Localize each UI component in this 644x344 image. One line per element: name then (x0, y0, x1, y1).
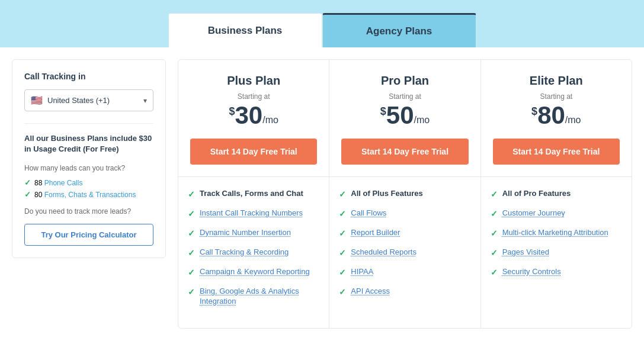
feature-item-pro-2: ✓ Report Builder (339, 228, 470, 238)
trial-btn-plus[interactable]: Start 14 Day Free Trial (190, 139, 317, 165)
price-mo-plus: /mo (262, 115, 278, 126)
sidebar: Call Tracking in 🇺🇸 United States (+1) ▾… (12, 59, 166, 258)
plan-name-pro: Pro Plan (341, 74, 468, 88)
feature-check-icon-pro-0: ✓ (339, 189, 346, 199)
tab-business-plans[interactable]: Business Plans (168, 13, 322, 47)
feature-label-pro-4[interactable]: HIPAA (351, 267, 373, 277)
feature-check-icon-elite-1: ✓ (491, 209, 498, 218)
plan-col-pro: Pro Plan Starting at $ 50 /mo Start 14 D… (329, 60, 480, 328)
lead-item-forms: ✓ 80 Forms, Chats & Transactions (24, 190, 153, 199)
feature-item-elite-2: ✓ Multi-click Marketing Attribution (491, 228, 622, 238)
feature-item-pro-3: ✓ Scheduled Reports (339, 247, 470, 258)
plan-header-plus: Plus Plan Starting at $ 30 /mo Start 14 … (178, 60, 329, 177)
main-content: Call Tracking in 🇺🇸 United States (+1) ▾… (0, 47, 644, 344)
plans-include-text: All our Business Plans include $30 in Us… (24, 133, 153, 155)
plan-starting-at-elite: Starting at (493, 92, 620, 101)
feature-check-icon-plus-0: ✓ (188, 189, 195, 199)
feature-check-icon-plus-2: ✓ (188, 229, 195, 238)
feature-check-icon-pro-4: ✓ (339, 268, 346, 277)
feature-check-icon-pro-5: ✓ (339, 287, 346, 297)
chevron-down-icon: ▾ (143, 97, 147, 105)
feature-label-elite-0: All of Pro Features (502, 189, 571, 198)
price-dollar-plus: $ (229, 105, 235, 118)
feature-check-icon-plus-4: ✓ (188, 268, 195, 277)
price-amount-elite: 80 (537, 103, 565, 128)
feature-check-icon-elite-2: ✓ (491, 229, 498, 238)
price-amount-pro: 50 (386, 103, 414, 128)
feature-item-pro-0: ✓ All of Plus Features (339, 189, 470, 199)
sidebar-title: Call Tracking in (24, 72, 153, 81)
feature-label-pro-2[interactable]: Report Builder (351, 228, 400, 238)
flag-icon: 🇺🇸 (31, 95, 43, 106)
feature-check-icon-plus-1: ✓ (188, 209, 195, 218)
tab-header: Business Plans Agency Plans (0, 0, 644, 47)
feature-check-icon-pro-1: ✓ (339, 209, 346, 218)
feature-check-icon-pro-3: ✓ (339, 248, 346, 258)
plan-col-plus: Plus Plan Starting at $ 30 /mo Start 14 … (178, 60, 329, 328)
feature-label-elite-1[interactable]: Customer Journey (502, 208, 565, 218)
plan-starting-at-pro: Starting at (341, 92, 468, 101)
country-selector[interactable]: 🇺🇸 United States (+1) ▾ (24, 89, 153, 111)
lead-forms-value: 80 Forms, Chats & Transactions (34, 191, 136, 199)
more-leads-text: Do you need to track more leads? (24, 207, 153, 216)
plan-starting-at-plus: Starting at (190, 92, 317, 101)
plan-col-elite: Elite Plan Starting at $ 80 /mo Start 14… (481, 60, 632, 328)
feature-item-plus-4: ✓ Campaign & Keyword Reporting (188, 267, 319, 277)
feature-item-plus-2: ✓ Dynamic Number Insertion (188, 228, 319, 238)
feature-label-elite-4[interactable]: Security Controls (502, 267, 561, 277)
feature-label-plus-4[interactable]: Campaign & Keyword Reporting (200, 267, 310, 277)
plan-name-plus: Plus Plan (190, 74, 317, 88)
feature-label-pro-3[interactable]: Scheduled Reports (351, 247, 416, 258)
feature-item-plus-0: ✓ Track Calls, Forms and Chat (188, 189, 319, 199)
plan-price-row-elite: $ 80 /mo (493, 103, 620, 128)
plans-grid: Plus Plan Starting at $ 30 /mo Start 14 … (178, 59, 632, 329)
plan-features-pro: ✓ All of Plus Features ✓ Call Flows ✓ Re… (329, 177, 480, 328)
plan-header-pro: Pro Plan Starting at $ 50 /mo Start 14 D… (329, 60, 480, 177)
feature-item-plus-3: ✓ Call Tracking & Recording (188, 247, 319, 258)
price-mo-pro: /mo (414, 115, 430, 126)
price-dollar-elite: $ (531, 105, 537, 118)
leads-question: How many leads can you track? (24, 164, 153, 172)
lead-calls-value: 88 Phone Calls (34, 179, 82, 187)
plan-features-elite: ✓ All of Pro Features ✓ Customer Journey… (481, 177, 632, 328)
lead-calls-link[interactable]: Phone Calls (44, 179, 83, 187)
tab-agency-plans[interactable]: Agency Plans (322, 13, 476, 47)
feature-check-icon-pro-2: ✓ (339, 229, 346, 238)
feature-item-pro-1: ✓ Call Flows (339, 208, 470, 218)
price-amount-plus: 30 (235, 103, 262, 128)
feature-label-elite-2[interactable]: Multi-click Marketing Attribution (502, 228, 608, 238)
check-icon-forms: ✓ (24, 190, 31, 199)
price-dollar-pro: $ (380, 105, 386, 118)
feature-label-pro-0: All of Plus Features (351, 189, 422, 198)
feature-label-plus-0: Track Calls, Forms and Chat (200, 189, 303, 198)
leads-list: ✓ 88 Phone Calls ✓ 80 Forms, Chats & Tra… (24, 178, 153, 199)
price-mo-elite: /mo (565, 115, 581, 126)
lead-forms-link[interactable]: Forms, Chats & Transactions (44, 191, 136, 199)
feature-label-plus-1[interactable]: Instant Call Tracking Numbers (200, 208, 303, 218)
feature-check-icon-elite-3: ✓ (491, 248, 498, 258)
feature-item-pro-4: ✓ HIPAA (339, 267, 470, 277)
plan-header-elite: Elite Plan Starting at $ 80 /mo Start 14… (481, 60, 632, 177)
divider (24, 123, 153, 124)
feature-item-plus-1: ✓ Instant Call Tracking Numbers (188, 208, 319, 218)
trial-btn-elite[interactable]: Start 14 Day Free Trial (493, 139, 620, 165)
feature-item-elite-4: ✓ Security Controls (491, 267, 622, 277)
feature-check-icon-plus-3: ✓ (188, 248, 195, 258)
feature-label-pro-5[interactable]: API Access (351, 287, 390, 297)
feature-check-icon-elite-4: ✓ (491, 268, 498, 277)
feature-label-plus-5[interactable]: Bing, Google Ads & Analytics Integration (200, 287, 319, 307)
feature-item-elite-1: ✓ Customer Journey (491, 208, 622, 218)
feature-label-plus-3[interactable]: Call Tracking & Recording (200, 247, 289, 258)
feature-item-elite-3: ✓ Pages Visited (491, 247, 622, 258)
feature-check-icon-elite-0: ✓ (491, 189, 498, 199)
country-label: United States (+1) (47, 96, 139, 105)
pricing-calc-button[interactable]: Try Our Pricing Calculator (24, 224, 153, 246)
lead-item-calls: ✓ 88 Phone Calls (24, 178, 153, 187)
feature-label-pro-1[interactable]: Call Flows (351, 208, 386, 218)
feature-item-plus-5: ✓ Bing, Google Ads & Analytics Integrati… (188, 287, 319, 307)
feature-label-plus-2[interactable]: Dynamic Number Insertion (200, 228, 291, 238)
plan-price-row-plus: $ 30 /mo (190, 103, 317, 128)
plan-price-row-pro: $ 50 /mo (341, 103, 468, 128)
feature-label-elite-3[interactable]: Pages Visited (502, 247, 549, 258)
trial-btn-pro[interactable]: Start 14 Day Free Trial (341, 139, 468, 165)
